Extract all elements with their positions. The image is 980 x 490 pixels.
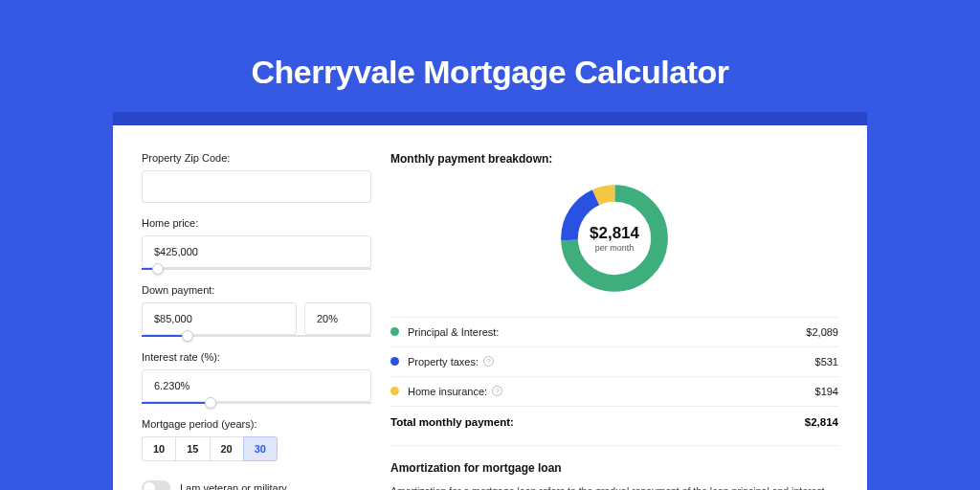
home-price-field: Home price: [142, 217, 371, 270]
amort-text: Amortization for a mortgage loan refers … [390, 484, 838, 490]
down-payment-field: Down payment: [142, 284, 371, 337]
donut-sub: per month [595, 243, 635, 253]
veteran-toggle[interactable] [142, 480, 170, 490]
legend-row-principal: Principal & Interest: $2,089 [390, 317, 838, 346]
legend-row-taxes: Property taxes: ? $531 [390, 346, 838, 376]
form-panel: Property Zip Code: Home price: Down paym… [142, 152, 371, 480]
breakdown-title: Monthly payment breakdown: [390, 152, 838, 166]
legend-principal-label: Principal & Interest: [408, 326, 499, 338]
period-20-button[interactable]: 20 [210, 436, 244, 461]
period-30-button[interactable]: 30 [243, 436, 278, 461]
home-price-label: Home price: [142, 217, 371, 229]
total-row: Total monthly payment: $2,814 [390, 406, 838, 437]
down-payment-label: Down payment: [142, 284, 371, 296]
legend-taxes-label: Property taxes: [408, 356, 479, 368]
card-shadow [113, 112, 867, 125]
veteran-row: I am veteran or military [142, 480, 371, 490]
legend-insurance-value: $194 [815, 386, 838, 397]
total-amount: $2,814 [805, 416, 838, 428]
total-label: Total monthly payment: [390, 416, 514, 428]
info-icon[interactable]: ? [492, 386, 502, 396]
dot-principal [390, 327, 399, 336]
zip-input[interactable] [142, 170, 371, 203]
interest-input[interactable] [142, 369, 371, 402]
period-15-button[interactable]: 15 [175, 436, 210, 461]
donut-chart: $2,814 per month [555, 179, 674, 298]
home-price-slider[interactable] [142, 268, 371, 270]
breakdown-panel: Monthly payment breakdown: $2,814 per mo… [390, 152, 838, 480]
amortization-section: Amortization for mortgage loan Amortizat… [390, 445, 838, 490]
period-10-button[interactable]: 10 [142, 436, 176, 461]
period-buttons: 10 15 20 30 [142, 436, 371, 461]
down-payment-pct-input[interactable] [304, 302, 371, 335]
home-price-input[interactable] [142, 235, 371, 268]
legend-taxes-value: $531 [815, 356, 838, 368]
amort-title: Amortization for mortgage loan [390, 461, 838, 475]
page-title: Cherryvale Mortgage Calculator [252, 54, 729, 91]
calculator-card: Property Zip Code: Home price: Down paym… [113, 125, 867, 490]
zip-label: Property Zip Code: [142, 152, 371, 164]
veteran-label: I am veteran or military [180, 482, 287, 490]
period-label: Mortgage period (years): [142, 418, 371, 430]
period-field: Mortgage period (years): 10 15 20 30 [142, 418, 371, 461]
donut-amount: $2,814 [590, 224, 639, 243]
dot-insurance [390, 387, 399, 395]
legend-principal-value: $2,089 [806, 326, 838, 338]
zip-field: Property Zip Code: [142, 152, 371, 203]
down-payment-input[interactable] [142, 302, 297, 335]
interest-label: Interest rate (%): [142, 351, 371, 363]
interest-slider[interactable] [142, 402, 371, 404]
legend-row-insurance: Home insurance: ? $194 [390, 376, 838, 406]
interest-field: Interest rate (%): [142, 351, 371, 404]
legend-insurance-label: Home insurance: [408, 386, 487, 397]
dot-taxes [390, 357, 399, 366]
info-icon[interactable]: ? [483, 356, 494, 367]
donut-wrap: $2,814 per month [390, 179, 838, 298]
down-payment-slider[interactable] [142, 335, 371, 337]
